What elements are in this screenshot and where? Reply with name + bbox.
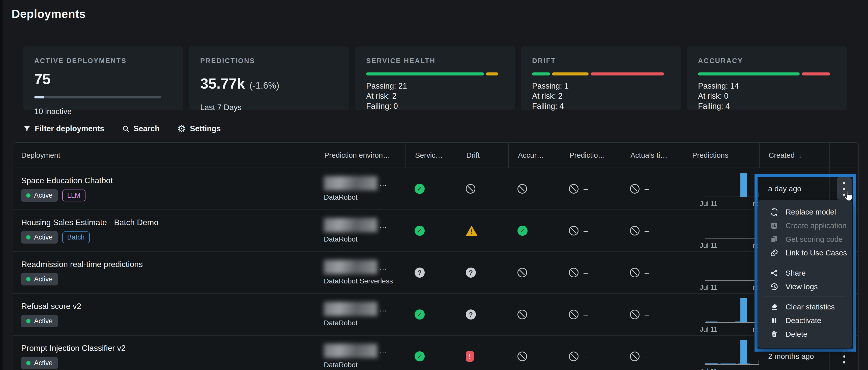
- gear-icon: ⚙: [177, 124, 186, 134]
- settings-button[interactable]: ⚙ Settings: [177, 124, 221, 134]
- table-row[interactable]: Space Education Chatbot Active LLM … Dat…: [13, 168, 859, 209]
- menu-item-delete[interactable]: Delete: [758, 328, 852, 341]
- deployment-name[interactable]: Readmission real-time predictions: [21, 260, 143, 269]
- environment-name: DataRobot: [324, 235, 388, 243]
- sparkline-start-label: Jul 11: [700, 325, 717, 333]
- bar-segment-passing: [698, 73, 800, 76]
- search-button[interactable]: Search: [122, 124, 160, 133]
- sparkline-axis: [705, 234, 759, 239]
- deactivate-pause-icon: [769, 317, 779, 324]
- table-header-row: Deployment Prediction environ… Servic… D…: [13, 143, 859, 168]
- not-available-icon: [569, 226, 579, 235]
- deployment-name[interactable]: Housing Sales Estimate - Batch Demo: [21, 218, 158, 227]
- menu-item-replace-model[interactable]: Replace model: [758, 205, 852, 219]
- prediction-environment-cell: … DataRobot Serverless: [315, 252, 405, 293]
- get-scoring-code-icon: [769, 235, 779, 243]
- failing-line: Failing: 0: [366, 101, 504, 111]
- column-header-drift[interactable]: Drift: [457, 143, 508, 168]
- predictions-sparkline: Jul 11now: [705, 212, 759, 250]
- table-row[interactable]: Housing Sales Estimate - Batch Demo Acti…: [13, 209, 859, 251]
- active-dot-icon: [26, 319, 31, 323]
- accuracy-cell: [508, 294, 560, 335]
- table-toolbar: Filter deployments Search ⚙ Settings: [23, 121, 858, 137]
- predictions-sparkline: Jul 11now: [705, 254, 759, 291]
- table-row[interactable]: Refusal score v2 Active … DataRobot ✓ ? …: [13, 293, 859, 335]
- ellipsis: …: [379, 263, 388, 271]
- menu-item-clear-statistics[interactable]: Clear statistics: [758, 300, 852, 314]
- sparkline-axis: [705, 318, 759, 323]
- drift-cell: !: [457, 336, 508, 370]
- status-badge: Active: [21, 273, 58, 285]
- tag-badge-batch: Batch: [62, 231, 90, 243]
- menu-item-create-application[interactable]: Create application: [758, 219, 852, 232]
- not-available-icon: [569, 184, 579, 194]
- table-row[interactable]: Prompt Injection Classifier v2 Active … …: [13, 335, 859, 370]
- filter-deployments-button[interactable]: Filter deployments: [23, 124, 104, 133]
- service-health-bar: [366, 73, 498, 76]
- page-title: Deployments: [11, 7, 86, 21]
- column-header-created[interactable]: Created↓: [759, 143, 829, 168]
- empty-dash: –: [645, 184, 649, 194]
- deployment-cell[interactable]: Space Education Chatbot Active LLM: [13, 168, 315, 209]
- column-header-prediction-timeliness[interactable]: Predictio…: [560, 143, 621, 168]
- view-logs-icon: [769, 282, 779, 291]
- share-icon: [769, 269, 779, 277]
- column-header-accuracy[interactable]: Accur…: [508, 143, 560, 168]
- failing-line: Failing: 4: [532, 101, 670, 111]
- created-value: a day ago: [768, 184, 801, 193]
- not-available-icon: [630, 351, 640, 361]
- predictions-sparkline-cell: Jul 11now: [683, 336, 759, 370]
- not-available-icon: [518, 268, 527, 277]
- menu-item-view-logs[interactable]: View logs: [758, 280, 852, 293]
- predictions-count: 35.77k: [200, 75, 245, 92]
- left-edge-strip: [0, 0, 2, 370]
- menu-item-get-scoring-code[interactable]: Get scoring code: [758, 232, 852, 246]
- passing-line: Passing: 21: [366, 81, 504, 91]
- deployment-cell[interactable]: Refusal score v2 Active: [13, 294, 315, 335]
- unknown-question-icon: ?: [466, 309, 476, 319]
- column-header-deployment[interactable]: Deployment: [13, 143, 315, 168]
- empty-dash: –: [584, 226, 588, 235]
- table-row[interactable]: Readmission real-time predictions Active…: [13, 251, 859, 293]
- at-risk-line: At risk: 2: [366, 91, 504, 101]
- predictions-sparkline-cell: Jul 11now: [683, 294, 759, 335]
- deployment-cell[interactable]: Readmission real-time predictions Active: [13, 252, 315, 293]
- service-health-stats: Passing: 21 At risk: 2 Failing: 0: [366, 81, 504, 111]
- deployment-cell[interactable]: Housing Sales Estimate - Batch Demo Acti…: [13, 210, 315, 251]
- actuals-timeliness-cell: –: [621, 252, 683, 293]
- column-header-actuals-timeliness[interactable]: Actuals ti…: [621, 143, 683, 168]
- empty-dash: –: [645, 352, 649, 361]
- deployment-name[interactable]: Refusal score v2: [21, 302, 81, 311]
- deployments-table: Deployment Prediction environ… Servic… D…: [12, 142, 859, 370]
- bar-segment-at-risk: [552, 73, 589, 76]
- menu-item-share[interactable]: Share: [758, 266, 852, 280]
- deployment-name[interactable]: Space Education Chatbot: [21, 176, 113, 185]
- actuals-timeliness-cell: –: [621, 336, 683, 370]
- redacted-environment-chip: [324, 176, 377, 190]
- not-available-icon: [518, 184, 527, 194]
- active-dot-icon: [26, 193, 31, 198]
- row-menu-button[interactable]: [837, 177, 851, 201]
- column-header-prediction-environment[interactable]: Prediction environ…: [315, 143, 405, 168]
- created-value: 2 months ago: [768, 352, 814, 361]
- row-menu-button[interactable]: [843, 349, 845, 364]
- settings-label: Settings: [190, 124, 221, 133]
- deployment-cell[interactable]: Prompt Injection Classifier v2 Active: [13, 336, 315, 370]
- unknown-question-icon: ?: [466, 267, 476, 278]
- menu-item-deactivate[interactable]: Deactivate: [758, 314, 852, 328]
- predictions-sparkline-cell: Jul 11now: [683, 210, 759, 251]
- column-header-service-health[interactable]: Servic…: [405, 143, 457, 168]
- accuracy-bar: [698, 73, 830, 76]
- clear-statistics-icon: [769, 303, 779, 311]
- empty-dash: –: [645, 226, 649, 235]
- bar-segment-at-risk: [486, 73, 498, 76]
- search-label: Search: [134, 124, 160, 133]
- service-health-cell: ✓: [405, 294, 457, 335]
- not-available-icon: [630, 310, 640, 319]
- predictions-sparkline: Jul 11now: [705, 170, 759, 208]
- deployment-name[interactable]: Prompt Injection Classifier v2: [21, 343, 126, 353]
- menu-item-link-to-use-cases[interactable]: Link to Use Cases: [758, 246, 852, 260]
- service-health-cell: ✓: [405, 210, 457, 251]
- card-service-health: SERVICE HEALTH Passing: 21 At risk: 2 Fa…: [355, 47, 515, 110]
- column-header-predictions[interactable]: Predictions: [683, 143, 759, 168]
